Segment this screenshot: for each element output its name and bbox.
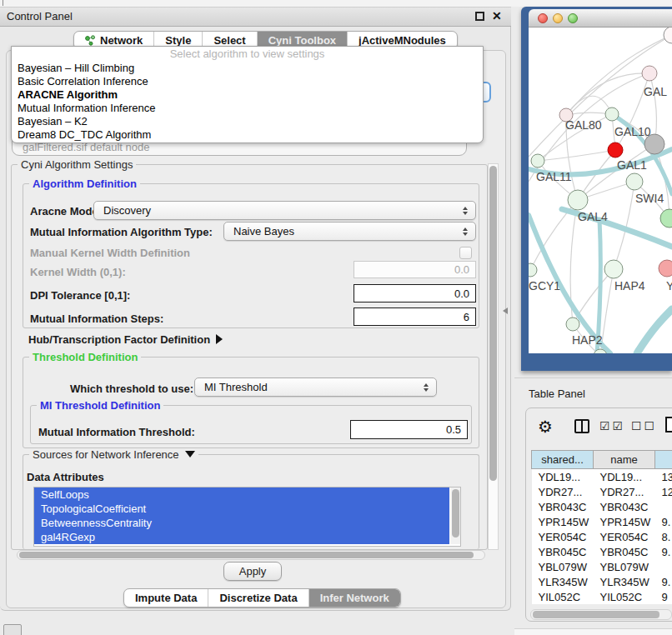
bottom-tab-discretize-data[interactable]: Discretize Data bbox=[208, 589, 308, 607]
table-row[interactable]: YBL079WYBL079W bbox=[532, 559, 672, 574]
tab-label: Style bbox=[165, 34, 191, 47]
table-cell: YER054C bbox=[532, 529, 594, 544]
apply-button[interactable]: Apply bbox=[223, 562, 282, 581]
top-strip bbox=[0, 0, 672, 7]
table-cell: YBR043C bbox=[532, 499, 594, 514]
attribute-item[interactable]: TopologicalCoefficient bbox=[34, 502, 449, 516]
algorithm-item[interactable]: Bayesian – Hill Climbing bbox=[12, 62, 483, 75]
columns-icon[interactable] bbox=[574, 419, 589, 433]
table-cell: YPR145W bbox=[532, 514, 594, 529]
deselect-all-checkboxes-icon[interactable]: ☐☐ bbox=[631, 419, 657, 432]
node-circle[interactable] bbox=[605, 108, 619, 121]
network-view-window[interactable]: GALGAL80GAL10GAL1GAL11SWI4GAL4GCY1HAP4YH… bbox=[521, 7, 672, 371]
table-row[interactable]: YIL052CYIL052C9 bbox=[532, 589, 672, 604]
table-body: YDL19...YDL19...13YDR27...YDR27...12YBR0… bbox=[532, 469, 672, 605]
kernel-width-value: 0.0 bbox=[454, 263, 469, 276]
table-column-header[interactable]: A bbox=[655, 451, 672, 469]
node-circle[interactable] bbox=[608, 142, 623, 158]
close-icon[interactable]: ✕ bbox=[492, 9, 502, 22]
algorithm-definition-title: Algorithm Definition bbox=[29, 178, 140, 190]
minimize-traffic-light[interactable] bbox=[553, 13, 563, 23]
algorithm-list: Bayesian – Hill ClimbingBasic Correlatio… bbox=[12, 62, 483, 142]
bottom-tab-infer-network[interactable]: Infer Network bbox=[308, 589, 400, 607]
node-circle[interactable] bbox=[626, 173, 643, 190]
manual-kernel-checkbox[interactable] bbox=[459, 247, 472, 259]
node-circle[interactable] bbox=[660, 209, 672, 228]
table-column-header[interactable]: name bbox=[594, 451, 655, 469]
node-label: GAL4 bbox=[578, 210, 608, 223]
attribute-item[interactable]: BetweennessCentrality bbox=[34, 516, 449, 530]
table-cell: YBR045C bbox=[532, 544, 594, 559]
attribute-item[interactable]: gal4RGexp bbox=[34, 530, 449, 544]
attributes-scrollbar[interactable] bbox=[450, 488, 460, 544]
table-row[interactable]: YDR27...YDR27...12 bbox=[532, 484, 672, 499]
algorithm-item[interactable]: Basic Correlation Inference bbox=[12, 75, 483, 88]
close-traffic-light[interactable] bbox=[538, 13, 548, 23]
node-circle[interactable] bbox=[566, 318, 579, 331]
network-canvas[interactable]: GALGAL80GAL10GAL1GAL11SWI4GAL4GCY1HAP4YH… bbox=[529, 28, 672, 353]
node-circle[interactable] bbox=[568, 190, 588, 210]
table-toolbar: ⚙ ☑☑ ☐☐ bbox=[526, 417, 672, 442]
table-horizontal-scrollbar[interactable] bbox=[530, 609, 672, 620]
mi-steps-label: Mutual Information Steps: bbox=[30, 312, 163, 325]
node-circle[interactable] bbox=[642, 66, 657, 81]
table-panel-window: ⚙ ☑☑ ☐☐ shared...nameA YDL19...YDL19...1… bbox=[525, 408, 672, 622]
algorithm-item[interactable]: Mutual Information Inference bbox=[12, 102, 483, 115]
data-attributes-list[interactable]: SelfLoopsTopologicalCoefficientBetweenne… bbox=[33, 487, 461, 547]
float-window-icon[interactable] bbox=[475, 12, 484, 21]
dpi-tolerance-field[interactable]: 0.0 bbox=[354, 284, 476, 302]
network-window-titlebar[interactable] bbox=[529, 9, 672, 28]
algorithm-item[interactable]: ARACNE Algorithm bbox=[12, 88, 483, 102]
select-all-checkboxes-icon[interactable]: ☑☑ bbox=[599, 419, 625, 432]
tab-label: Network bbox=[100, 34, 143, 47]
mi-type-select[interactable]: Naive Bayes bbox=[223, 222, 476, 241]
mi-threshold-field[interactable]: 0.5 bbox=[350, 420, 468, 439]
threshold-definition-title: Threshold Definition bbox=[29, 351, 141, 363]
settings-group-title: Cyni Algorithm Settings bbox=[18, 158, 136, 171]
which-threshold-select[interactable]: MI Threshold bbox=[194, 378, 437, 397]
node-circle[interactable] bbox=[604, 260, 623, 278]
mi-type-value: Naive Bayes bbox=[233, 225, 460, 238]
settings-hscroll-thumb[interactable] bbox=[19, 552, 474, 558]
table-row[interactable]: YPR145WYPR145W9. bbox=[532, 514, 672, 529]
new-table-icon[interactable] bbox=[665, 417, 672, 432]
node-circle[interactable] bbox=[664, 28, 672, 43]
table-row[interactable]: YBR043CYBR043C bbox=[532, 499, 672, 514]
table-row[interactable]: YER054CYER054C8. bbox=[532, 529, 672, 544]
settings-vertical-scrollbar[interactable] bbox=[488, 163, 499, 550]
node-table[interactable]: shared...nameA YDL19...YDL19...13YDR27..… bbox=[531, 450, 672, 604]
zoom-traffic-light[interactable] bbox=[568, 13, 578, 23]
gear-icon[interactable]: ⚙ bbox=[538, 417, 553, 437]
mi-steps-field[interactable]: 6 bbox=[354, 308, 476, 326]
node-circle[interactable] bbox=[529, 263, 537, 277]
attribute-item[interactable]: SelfLoops bbox=[34, 488, 449, 502]
settings-horizontal-scrollbar[interactable] bbox=[17, 550, 485, 560]
table-row[interactable]: YLR345WYLR345W9. bbox=[532, 574, 672, 589]
algorithm-item[interactable]: Bayesian – K2 bbox=[12, 115, 483, 128]
dock-mini-button[interactable] bbox=[3, 624, 22, 635]
sources-group-title[interactable]: Sources for Network Inference bbox=[29, 448, 198, 461]
node-circle[interactable] bbox=[531, 154, 544, 168]
table-column-header[interactable]: shared... bbox=[532, 451, 594, 469]
hub-definition-expander[interactable]: Hub/Transcription Factor Definition bbox=[28, 333, 223, 346]
bottom-tab-impute-data[interactable]: Impute Data bbox=[124, 589, 208, 607]
table-hscroll-thumb[interactable] bbox=[533, 611, 659, 618]
table-row[interactable]: YBR045CYBR045C9. bbox=[532, 544, 672, 559]
node-label: GAL bbox=[644, 85, 667, 98]
data-attributes-label: Data Attributes bbox=[27, 471, 104, 483]
sources-title-text: Sources for Network Inference bbox=[33, 448, 179, 461]
kernel-width-field: 0.0 bbox=[354, 261, 476, 278]
mi-type-label: Mutual Information Algorithm Type: bbox=[30, 226, 213, 238]
algorithm-item[interactable]: Dream8 DC_TDC Algorithm bbox=[12, 128, 483, 142]
table-header-row[interactable]: shared...nameA bbox=[532, 451, 672, 469]
node-circle[interactable] bbox=[659, 260, 672, 277]
aracne-mode-select[interactable]: Discovery bbox=[93, 201, 476, 220]
table-cell: YPR145W bbox=[594, 514, 655, 529]
splitpane-collapse-arrow[interactable] bbox=[503, 308, 508, 314]
settings-vscroll-thumb[interactable] bbox=[489, 166, 497, 481]
table-cell: YLR345W bbox=[532, 574, 594, 589]
bottom-strip bbox=[514, 628, 672, 635]
table-row[interactable]: YDL19...YDL19...13 bbox=[532, 469, 672, 485]
manual-kernel-label: Manual Kernel Width Definition bbox=[30, 247, 190, 259]
attributes-scrollbar-thumb[interactable] bbox=[452, 489, 459, 538]
